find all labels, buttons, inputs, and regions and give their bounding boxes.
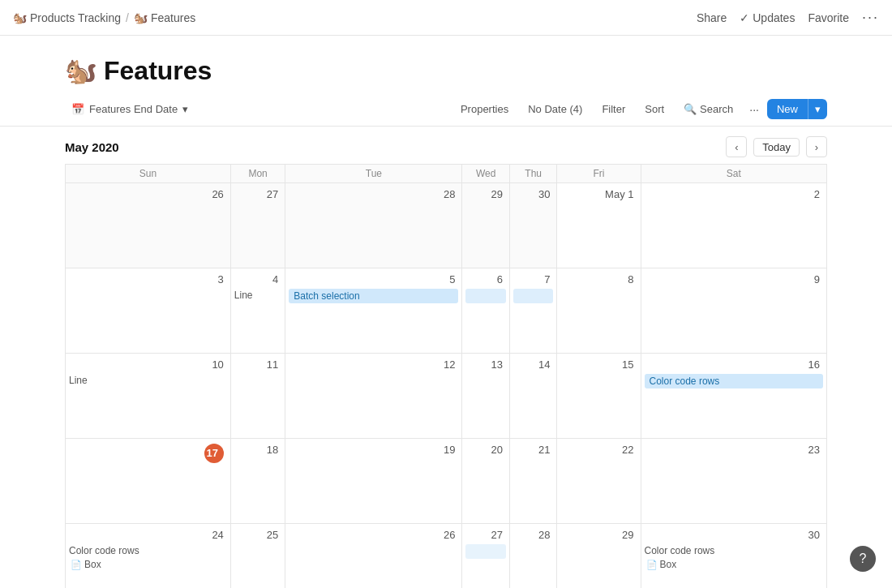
col-mon: Mon <box>230 165 285 183</box>
event-box-item[interactable]: 📄 Box <box>69 558 227 571</box>
more-options-icon[interactable]: ··· <box>862 9 879 26</box>
check-icon: ✓ <box>740 11 749 24</box>
view-label: Features End Date <box>89 103 178 115</box>
calendar-icon: 📅 <box>71 103 84 115</box>
day-may-7[interactable]: 7 <box>509 268 557 354</box>
prev-month-button[interactable]: ‹ <box>726 136 747 157</box>
breadcrumb-features[interactable]: 🐿️ Features <box>134 11 195 24</box>
event-line-label: Line <box>234 289 281 302</box>
calendar-week-2: 3 4 Line 5 Batch selection 6 7 8 <box>66 268 827 354</box>
day-may-26[interactable]: 26 <box>285 524 462 589</box>
toolbar-more-icon[interactable]: ··· <box>744 100 764 119</box>
help-button[interactable]: ? <box>850 546 876 572</box>
filter-button[interactable]: Filter <box>594 100 633 118</box>
day-may-6[interactable]: 6 <box>462 268 510 354</box>
col-thu: Thu <box>509 165 557 183</box>
day-may-21[interactable]: 21 <box>509 439 557 524</box>
calendar-nav-right: ‹ Today › <box>726 136 827 157</box>
calendar-header-row: Sun Mon Tue Wed Thu Fri Sat <box>66 165 827 183</box>
event-box-item-2[interactable]: 📄 Box <box>645 558 823 571</box>
event-color-code-rows-label: Color code rows <box>69 544 227 557</box>
col-wed: Wed <box>462 165 510 183</box>
today-button[interactable]: Today <box>753 138 800 157</box>
day-may-19[interactable]: 19 <box>285 439 462 524</box>
features-icon: 🐿️ <box>134 11 148 24</box>
event-batch-selection-cont <box>465 289 506 303</box>
new-button-arrow[interactable]: ▾ <box>808 99 827 119</box>
day-may-16[interactable]: 16 Color code rows <box>641 354 826 439</box>
day-may-22[interactable]: 22 <box>557 439 641 524</box>
box-icon: 📄 <box>71 560 82 570</box>
day-apr-30[interactable]: 30 <box>509 183 557 268</box>
chevron-down-icon: ▾ <box>182 103 188 115</box>
col-fri: Fri <box>557 165 641 183</box>
page-header: 🐿️ Features <box>0 36 892 92</box>
day-may-24[interactable]: 24 Color code rows 📄 Box <box>66 524 231 589</box>
event-color-code-rows[interactable]: Color code rows <box>645 374 823 388</box>
day-may-11[interactable]: 11 <box>230 354 285 439</box>
day-may-13[interactable]: 13 <box>462 354 510 439</box>
updates-label: Updates <box>753 11 795 24</box>
breadcrumb-separator: / <box>126 11 129 24</box>
day-may-23[interactable]: 23 <box>641 439 826 524</box>
page-title-text: Features <box>104 56 212 86</box>
day-may-25[interactable]: 25 <box>230 524 285 589</box>
day-may-29[interactable]: 29 <box>557 524 641 589</box>
top-nav: 🐿️ Products Tracking / 🐿️ Features Share… <box>0 0 892 36</box>
new-button[interactable]: New <box>767 99 808 119</box>
calendar-month: May 2020 <box>65 140 119 154</box>
page-icon: 🐿️ <box>65 55 97 86</box>
today-number: 17 <box>204 444 224 463</box>
day-may-27[interactable]: 27 <box>462 524 510 589</box>
share-button[interactable]: Share <box>697 11 727 24</box>
page-title: 🐿️ Features <box>65 55 827 86</box>
day-may-3[interactable]: 3 <box>66 268 231 354</box>
no-date-button[interactable]: No Date (4) <box>520 100 590 118</box>
day-may-5[interactable]: 5 Batch selection <box>285 268 462 354</box>
day-may-8[interactable]: 8 <box>557 268 641 354</box>
calendar: May 2020 ‹ Today › Sun Mon Tue Wed Thu F… <box>0 127 892 588</box>
box-icon-2: 📄 <box>646 560 658 570</box>
day-may-1[interactable]: May 1 <box>557 183 641 268</box>
day-may-2[interactable]: 2 <box>641 183 826 268</box>
day-may-15[interactable]: 15 <box>557 354 641 439</box>
toolbar: 📅 Features End Date ▾ Properties No Date… <box>0 92 892 127</box>
event-batch-selection[interactable]: Batch selection <box>289 289 458 303</box>
day-may-18[interactable]: 18 <box>230 439 285 524</box>
breadcrumb-products-label: Products Tracking <box>30 11 121 24</box>
day-may-14[interactable]: 14 <box>509 354 557 439</box>
event-batch-selection-cont2 <box>513 289 554 303</box>
breadcrumb: 🐿️ Products Tracking / 🐿️ Features <box>13 11 195 24</box>
day-may-4[interactable]: 4 Line <box>230 268 285 354</box>
share-label: Share <box>697 11 727 24</box>
col-sun: Sun <box>66 165 231 183</box>
col-sat: Sat <box>641 165 826 183</box>
toolbar-left: 📅 Features End Date ▾ <box>65 100 195 118</box>
properties-button[interactable]: Properties <box>452 100 517 118</box>
sort-button[interactable]: Sort <box>637 100 672 118</box>
favorite-button[interactable]: Favorite <box>808 11 849 24</box>
calendar-week-3: 10 Line 11 12 13 14 15 16 Color code row… <box>66 354 827 439</box>
day-may-17[interactable]: 17 <box>66 439 231 524</box>
day-apr-26[interactable]: 26 <box>66 183 231 268</box>
search-button[interactable]: 🔍 Search <box>675 100 741 118</box>
day-may-30[interactable]: 30 Color code rows 📄 Box <box>641 524 826 589</box>
view-selector[interactable]: 📅 Features End Date ▾ <box>65 100 195 118</box>
event-color-code-rows-label-2: Color code rows <box>645 544 823 557</box>
day-apr-29[interactable]: 29 <box>462 183 510 268</box>
breadcrumb-products[interactable]: 🐿️ Products Tracking <box>13 11 121 24</box>
calendar-nav: May 2020 ‹ Today › <box>65 127 827 164</box>
day-may-20[interactable]: 20 <box>462 439 510 524</box>
day-may-9[interactable]: 9 <box>641 268 826 354</box>
day-apr-27[interactable]: 27 <box>230 183 285 268</box>
event-line-label-2: Line <box>69 374 227 387</box>
new-button-group: New ▾ <box>767 99 827 119</box>
day-may-28[interactable]: 28 <box>509 524 557 589</box>
day-may-12[interactable]: 12 <box>285 354 462 439</box>
updates-button[interactable]: ✓ Updates <box>740 11 795 24</box>
day-apr-28[interactable]: 28 <box>285 183 462 268</box>
next-month-button[interactable]: › <box>806 136 827 157</box>
day-may-10[interactable]: 10 Line <box>66 354 231 439</box>
calendar-grid: Sun Mon Tue Wed Thu Fri Sat 26 27 28 29 … <box>65 164 827 588</box>
top-nav-actions: Share ✓ Updates Favorite ··· <box>697 9 879 26</box>
